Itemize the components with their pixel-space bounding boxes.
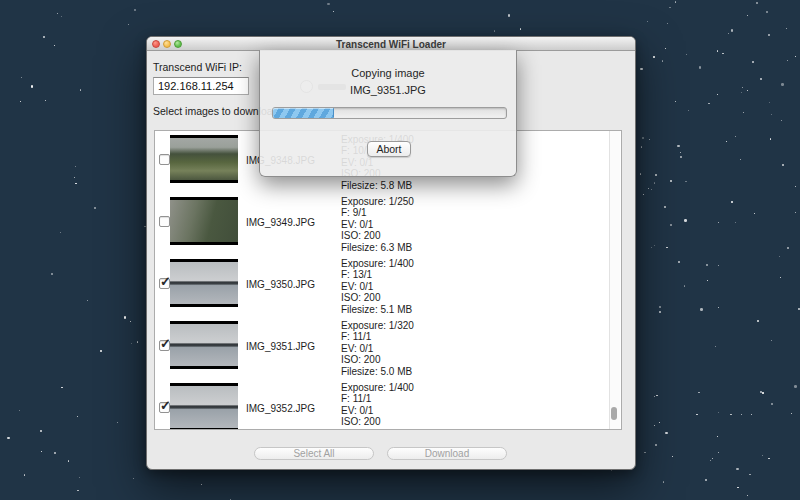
dialog-copying-filename: IMG_9351.JPG — [260, 84, 516, 96]
star — [137, 341, 139, 343]
star — [786, 28, 787, 29]
wifi-ip-input[interactable] — [153, 77, 249, 95]
star — [19, 410, 20, 411]
star — [87, 300, 89, 302]
star — [124, 316, 127, 319]
star — [686, 54, 687, 55]
image-thumbnail — [170, 383, 238, 430]
scrollbar-thumb[interactable] — [611, 407, 617, 420]
image-checkbox[interactable] — [159, 278, 170, 289]
star — [41, 451, 42, 452]
image-checkbox[interactable] — [159, 216, 170, 227]
star — [672, 456, 673, 457]
meta-iso: ISO: 200 — [341, 292, 414, 303]
star — [791, 413, 793, 415]
star — [747, 15, 748, 16]
ip-label: Transcend WiFi IP: — [153, 61, 242, 73]
star — [670, 224, 672, 226]
scrollbar-track[interactable] — [609, 131, 620, 429]
star — [705, 479, 707, 481]
star — [656, 395, 658, 397]
star — [781, 120, 782, 121]
image-checkbox[interactable] — [159, 340, 170, 351]
star — [640, 173, 642, 175]
star — [743, 112, 745, 114]
image-list-row: IMG_9352.JPG Exposure: 1/400 F: 11/1 EV:… — [155, 382, 621, 430]
image-thumbnail — [170, 321, 238, 369]
star — [647, 21, 648, 22]
star — [94, 207, 96, 209]
meta-filesize: Filesize: 6.3 MB — [341, 242, 414, 253]
star — [735, 136, 736, 137]
meta-exposure: Exposure: 1/250 — [341, 196, 414, 207]
star — [741, 414, 742, 415]
star — [715, 346, 716, 347]
star — [708, 103, 710, 105]
star — [642, 137, 644, 139]
meta-ev: EV: 0/1 — [341, 219, 414, 230]
star — [769, 102, 770, 103]
star — [134, 9, 136, 11]
star — [508, 14, 511, 17]
star — [787, 247, 790, 250]
meta-iso: ISO: 200 — [341, 416, 414, 427]
image-metadata: Exposure: 1/320 F: 11/1 EV: 0/1 ISO: 200… — [341, 320, 414, 377]
star — [649, 139, 651, 141]
meta-f: F: 11/1 — [341, 393, 414, 404]
select-all-button[interactable]: Select All — [254, 447, 374, 460]
image-checkbox[interactable] — [159, 402, 170, 413]
star — [333, 11, 334, 12]
star — [771, 403, 774, 406]
image-list-row: IMG_9351.JPG Exposure: 1/320 F: 11/1 EV:… — [155, 320, 621, 382]
star — [706, 264, 708, 266]
image-checkbox[interactable] — [159, 154, 170, 165]
meta-exposure: Exposure: 1/400 — [341, 258, 414, 269]
progress-bar-fill — [273, 108, 334, 118]
star — [327, 3, 330, 6]
star — [718, 412, 720, 414]
title-bar[interactable]: Transcend WiFi Loader — [147, 37, 635, 51]
star — [768, 458, 770, 460]
star — [795, 56, 796, 57]
star — [659, 311, 661, 313]
star — [731, 201, 733, 203]
star — [770, 138, 772, 140]
image-filename: IMG_9351.JPG — [246, 341, 340, 352]
star — [643, 194, 644, 195]
star — [640, 68, 643, 71]
star — [644, 452, 646, 454]
star — [718, 265, 719, 266]
star — [685, 181, 687, 183]
star — [747, 90, 748, 91]
star — [795, 212, 796, 213]
star — [740, 159, 741, 160]
star — [675, 1, 677, 3]
star — [662, 60, 664, 62]
image-list-row: IMG_9349.JPG Exposure: 1/250 F: 9/1 EV: … — [155, 196, 621, 258]
download-button[interactable]: Download — [387, 447, 507, 460]
star — [494, 30, 496, 32]
star — [43, 36, 45, 38]
star — [699, 66, 702, 69]
abort-button[interactable]: Abort — [367, 141, 411, 157]
star — [100, 350, 103, 353]
star — [117, 422, 118, 423]
star — [131, 343, 132, 344]
star — [707, 280, 708, 281]
star — [57, 13, 58, 14]
image-filename: IMG_9350.JPG — [246, 279, 340, 290]
star — [7, 437, 10, 440]
star — [665, 48, 666, 49]
star — [717, 50, 719, 52]
star — [771, 114, 772, 115]
meta-filesize: Filesize: 5.0 MB — [341, 366, 414, 377]
star — [24, 474, 26, 476]
star — [728, 33, 729, 34]
star — [60, 232, 61, 233]
star — [654, 396, 655, 397]
star — [670, 180, 673, 183]
star — [768, 34, 771, 37]
star — [665, 432, 668, 435]
meta-ev: EV: 0/1 — [341, 405, 414, 416]
meta-f: F: 9/1 — [341, 207, 414, 218]
